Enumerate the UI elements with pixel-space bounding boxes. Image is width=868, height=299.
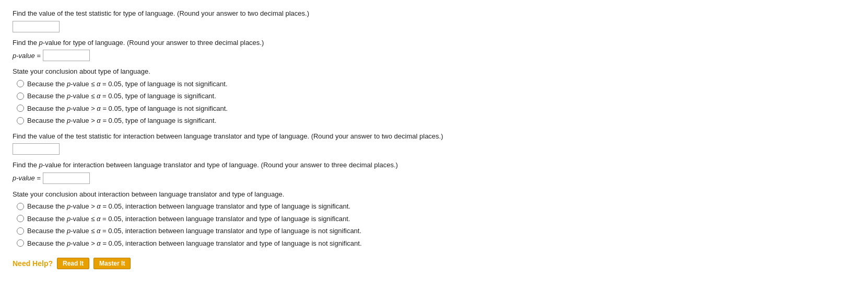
pvalue-language-input[interactable] <box>43 50 90 61</box>
pvalue-language-section: Find the p-value for type of language. (… <box>13 38 855 62</box>
test-stat-language-input[interactable] <box>13 21 60 32</box>
conclusion-language-options: Because the p-value ≤ α = 0.05, type of … <box>17 79 855 126</box>
need-help-row: Need Help? Read It Master It <box>13 258 855 269</box>
pvalue-language-row: p-value = <box>13 50 855 61</box>
conclusion-interaction-option-1-text: Because the p-value > α = 0.05, interact… <box>27 201 350 212</box>
conclusion-language-option-1[interactable]: Because the p-value ≤ α = 0.05, type of … <box>17 79 855 89</box>
master-it-button[interactable]: Master It <box>93 258 131 269</box>
conclusion-interaction-option-4-text: Because the p-value > α = 0.05, interact… <box>27 238 362 249</box>
conclusion-interaction-option-3-text: Because the p-value ≤ α = 0.05, interact… <box>27 226 361 236</box>
conclusion-interaction-radio-2[interactable] <box>17 215 24 222</box>
pvalue-interaction-input[interactable] <box>43 172 90 184</box>
conclusion-interaction-option-2-text: Because the p-value ≤ α = 0.05, interact… <box>27 214 350 224</box>
pvalue-language-label: p-value = <box>13 52 41 60</box>
pvalue-interaction-question: Find the p-value for interaction between… <box>13 160 855 170</box>
test-stat-interaction-section: Find the value of the test statistic for… <box>13 131 855 155</box>
conclusion-language-option-4-text: Because the p-value > α = 0.05, type of … <box>27 116 216 126</box>
conclusion-interaction-option-4[interactable]: Because the p-value > α = 0.05, interact… <box>17 238 855 249</box>
test-stat-interaction-input[interactable] <box>13 143 60 155</box>
read-it-button[interactable]: Read It <box>57 258 89 269</box>
conclusion-language-option-2-text: Because the p-value ≤ α = 0.05, type of … <box>27 91 216 101</box>
conclusion-language-question: State your conclusion about type of lang… <box>13 66 855 77</box>
conclusion-interaction-radio-1[interactable] <box>17 203 24 210</box>
conclusion-interaction-options: Because the p-value > α = 0.05, interact… <box>17 201 855 248</box>
conclusion-language-radio-2[interactable] <box>17 93 24 100</box>
test-stat-language-question: Find the value of the test statistic for… <box>13 8 855 19</box>
conclusion-language-option-3-text: Because the p-value > α = 0.05, type of … <box>27 104 228 114</box>
conclusion-language-option-2[interactable]: Because the p-value ≤ α = 0.05, type of … <box>17 91 855 101</box>
test-stat-interaction-question: Find the value of the test statistic for… <box>13 131 855 142</box>
conclusion-interaction-option-1[interactable]: Because the p-value > α = 0.05, interact… <box>17 201 855 212</box>
pvalue-interaction-section: Find the p-value for interaction between… <box>13 160 855 184</box>
conclusion-language-radio-4[interactable] <box>17 117 24 124</box>
need-help-label: Need Help? <box>13 259 53 268</box>
conclusion-interaction-radio-3[interactable] <box>17 227 24 235</box>
conclusion-language-radio-3[interactable] <box>17 105 24 112</box>
conclusion-interaction-radio-4[interactable] <box>17 239 24 247</box>
test-stat-language-section: Find the value of the test statistic for… <box>13 8 855 32</box>
pvalue-interaction-row: p-value = <box>13 172 855 184</box>
conclusion-language-radio-1[interactable] <box>17 80 24 87</box>
pvalue-interaction-label: p-value = <box>13 174 41 182</box>
conclusion-interaction-option-3[interactable]: Because the p-value ≤ α = 0.05, interact… <box>17 226 855 236</box>
pvalue-language-question: Find the p-value for type of language. (… <box>13 38 855 48</box>
conclusion-language-section: State your conclusion about type of lang… <box>13 66 855 126</box>
conclusion-language-option-3[interactable]: Because the p-value > α = 0.05, type of … <box>17 104 855 114</box>
conclusion-language-option-4[interactable]: Because the p-value > α = 0.05, type of … <box>17 116 855 126</box>
conclusion-interaction-option-2[interactable]: Because the p-value ≤ α = 0.05, interact… <box>17 214 855 224</box>
conclusion-interaction-section: State your conclusion about interaction … <box>13 189 855 249</box>
conclusion-interaction-question: State your conclusion about interaction … <box>13 189 855 200</box>
conclusion-language-option-1-text: Because the p-value ≤ α = 0.05, type of … <box>27 79 228 89</box>
